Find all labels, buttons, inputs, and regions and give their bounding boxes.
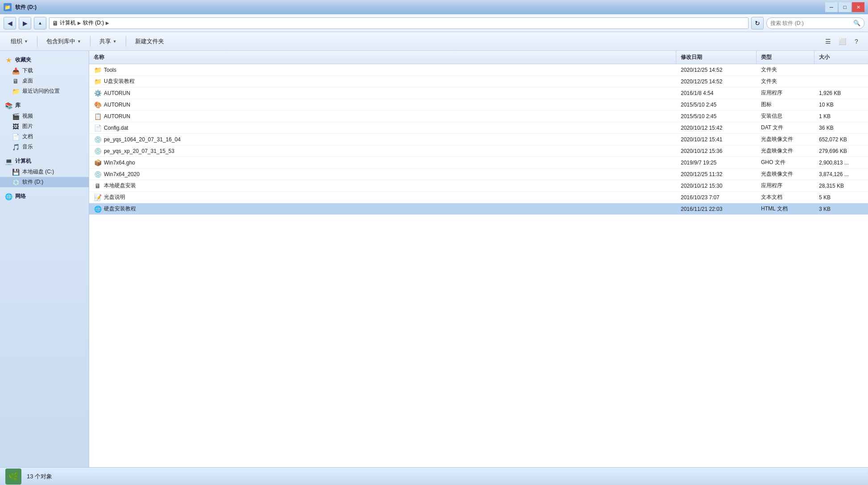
- file-type: 安装信息: [761, 112, 782, 120]
- col-size[interactable]: 大小: [815, 51, 868, 64]
- table-row[interactable]: ⚙️ AUTORUN 2016/1/8 4:54 应用程序 1,926 KB: [89, 87, 868, 99]
- refresh-button[interactable]: ↻: [751, 17, 764, 29]
- file-name-cell: 📋 AUTORUN: [89, 112, 676, 120]
- sidebar-item-recent[interactable]: 📁 最近访问的位置: [0, 86, 89, 96]
- table-row[interactable]: 📝 光盘说明 2016/10/23 7:07 文本文档 5 KB: [89, 192, 868, 203]
- sidebar-item-document[interactable]: 📄 文档: [0, 132, 89, 142]
- file-icon: 💿: [94, 170, 102, 178]
- status-text: 13 个对象: [27, 473, 52, 481]
- file-type-cell: 应用程序: [757, 182, 815, 189]
- sidebar-header-network[interactable]: 🌐 网络: [0, 191, 89, 202]
- status-icon: 🌿: [5, 469, 21, 485]
- picture-label: 图片: [22, 123, 33, 130]
- sidebar-item-picture[interactable]: 🖼 图片: [0, 121, 89, 132]
- file-size-cell: 1,926 KB: [815, 90, 868, 96]
- file-name: Tools: [104, 67, 116, 73]
- table-row[interactable]: 💿 Win7x64_2020 2020/12/25 11:32 光盘映像文件 3…: [89, 169, 868, 180]
- file-modified: 2020/10/12 15:42: [681, 125, 722, 131]
- file-name: 本地硬盘安装: [104, 182, 136, 189]
- sidebar-header-library[interactable]: 📚 库: [0, 100, 89, 111]
- sidebar-item-music[interactable]: 🎵 音乐: [0, 142, 89, 152]
- file-modified-cell: 2016/1/8 4:54: [676, 90, 757, 96]
- sidebar-header-computer[interactable]: 💻 计算机: [0, 156, 89, 167]
- file-size-cell: 10 KB: [815, 102, 868, 108]
- sidebar-item-download[interactable]: 📥 下载: [0, 66, 89, 76]
- file-type-cell: 文件夹: [757, 78, 815, 85]
- toolbar-sep-2: [90, 36, 91, 47]
- up-button[interactable]: ▲: [34, 17, 46, 29]
- table-row[interactable]: 📁 U盘安装教程 2020/12/25 14:52 文件夹: [89, 76, 868, 87]
- close-button[interactable]: ✕: [852, 2, 864, 12]
- organize-arrow: ▼: [24, 39, 28, 44]
- file-size: 5 KB: [819, 194, 831, 201]
- sidebar-section-library: 📚 库 🎬 视频 🖼 图片 📄 文档 🎵 音乐: [0, 100, 89, 152]
- file-size: 1,926 KB: [819, 90, 841, 96]
- recent-icon: 📁: [12, 88, 20, 95]
- sidebar: ★ 收藏夹 📥 下载 🖥 桌面 📁 最近访问的位置 📚 库: [0, 51, 89, 467]
- minimize-button[interactable]: ─: [825, 2, 838, 12]
- file-modified: 2015/5/10 2:45: [681, 102, 716, 108]
- search-input[interactable]: [770, 20, 852, 26]
- table-row[interactable]: 📁 Tools 2020/12/25 14:52 文件夹: [89, 64, 868, 76]
- view-button[interactable]: ☰: [822, 35, 834, 48]
- file-modified-cell: 2016/10/23 7:07: [676, 194, 757, 201]
- sidebar-item-drive-d[interactable]: 💿 软件 (D:): [0, 177, 89, 187]
- col-type[interactable]: 类型: [757, 51, 815, 64]
- table-row[interactable]: 🌐 硬盘安装教程 2016/11/21 22:03 HTML 文档 3 KB: [89, 203, 868, 215]
- drive-c-label: 本地磁盘 (C:): [22, 168, 54, 176]
- back-button[interactable]: ◀: [4, 17, 16, 29]
- file-size: 2,900,813 ...: [819, 160, 849, 166]
- help-button[interactable]: ?: [850, 35, 863, 48]
- file-icon: 💿: [94, 136, 102, 144]
- file-type: 文件夹: [761, 78, 777, 85]
- table-row[interactable]: 💿 pe_yqs_xp_20_07_31_15_53 2020/10/12 15…: [89, 145, 868, 157]
- sidebar-item-video[interactable]: 🎬 视频: [0, 111, 89, 121]
- file-type: HTML 文档: [761, 205, 788, 213]
- new-folder-button[interactable]: 新建文件夹: [130, 34, 169, 49]
- file-size-cell: 36 KB: [815, 125, 868, 131]
- document-icon: 📄: [12, 133, 20, 140]
- desktop-icon: 🖥: [12, 78, 20, 85]
- file-size-cell: 3,874,126 ...: [815, 171, 868, 177]
- file-icon: ⚙️: [94, 89, 102, 97]
- file-size-cell: 5 KB: [815, 194, 868, 201]
- sidebar-item-drive-c[interactable]: 💾 本地磁盘 (C:): [0, 167, 89, 177]
- file-name: U盘安装教程: [104, 78, 135, 85]
- toolbar-sep-3: [126, 36, 126, 47]
- table-row[interactable]: 📄 Config.dat 2020/10/12 15:42 DAT 文件 36 …: [89, 122, 868, 134]
- maximize-button[interactable]: □: [839, 2, 851, 12]
- file-type: 应用程序: [761, 182, 782, 189]
- sidebar-header-favorites[interactable]: ★ 收藏夹: [0, 54, 89, 66]
- file-size-cell: 3 KB: [815, 206, 868, 212]
- document-label: 文档: [22, 133, 33, 140]
- network-icon: 🌐: [4, 193, 12, 200]
- file-modified-cell: 2019/9/7 19:25: [676, 160, 757, 166]
- table-row[interactable]: 📦 Win7x64.gho 2019/9/7 19:25 GHO 文件 2,90…: [89, 157, 868, 169]
- file-name-cell: 📁 U盘安装教程: [89, 78, 676, 86]
- file-type: 应用程序: [761, 89, 782, 97]
- table-row[interactable]: 💿 pe_yqs_1064_20_07_31_16_04 2020/10/12 …: [89, 134, 868, 145]
- col-name[interactable]: 名称: [89, 51, 676, 64]
- table-row[interactable]: 🎨 AUTORUN 2015/5/10 2:45 图标 10 KB: [89, 99, 868, 111]
- col-modified[interactable]: 修改日期: [676, 51, 757, 64]
- favorites-icon: ★: [4, 57, 12, 64]
- file-size-cell: 1 KB: [815, 113, 868, 119]
- share-button[interactable]: 共享 ▼: [94, 34, 122, 49]
- add-to-lib-button[interactable]: 包含到库中 ▼: [41, 34, 86, 49]
- forward-button[interactable]: ▶: [19, 17, 31, 29]
- preview-button[interactable]: ⬜: [836, 35, 848, 48]
- file-name: 硬盘安装教程: [104, 205, 136, 213]
- file-type-cell: 图标: [757, 101, 815, 108]
- table-row[interactable]: 📋 AUTORUN 2015/5/10 2:45 安装信息 1 KB: [89, 111, 868, 122]
- file-name: Config.dat: [104, 125, 128, 131]
- file-type-cell: GHO 文件: [757, 159, 815, 166]
- file-modified-cell: 2016/11/21 22:03: [676, 206, 757, 212]
- file-name: pe_yqs_1064_20_07_31_16_04: [104, 136, 181, 143]
- file-modified: 2020/10/12 15:30: [681, 183, 722, 189]
- table-row[interactable]: 🖥 本地硬盘安装 2020/10/12 15:30 应用程序 28,315 KB: [89, 180, 868, 192]
- file-name-cell: 🎨 AUTORUN: [89, 101, 676, 109]
- sidebar-item-desktop[interactable]: 🖥 桌面: [0, 76, 89, 86]
- organize-button[interactable]: 组织 ▼: [5, 34, 33, 49]
- file-modified: 2015/5/10 2:45: [681, 113, 716, 119]
- breadcrumb[interactable]: 🖥 计算机 ▶ 软件 (D:) ▶: [49, 17, 749, 29]
